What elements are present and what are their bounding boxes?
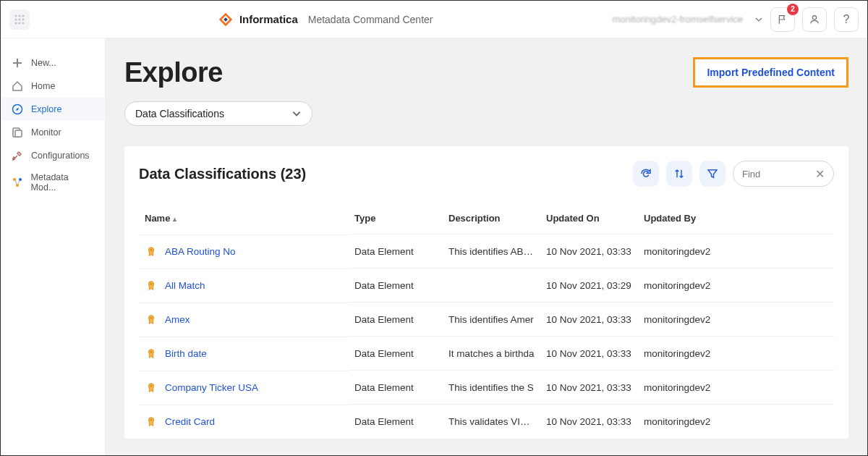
classification-link[interactable]: Birth date bbox=[165, 348, 207, 359]
cell-name: Amex bbox=[139, 303, 349, 337]
classification-icon bbox=[145, 279, 158, 292]
user-icon bbox=[809, 14, 820, 25]
cell-updated-on: 10 Nov 2021, 03:33 bbox=[540, 337, 638, 371]
cell-updated-on: 10 Nov 2021, 03:33 bbox=[540, 303, 638, 337]
main-content: Explore Import Predefined Content Data C… bbox=[106, 38, 867, 455]
cell-description: This identifies Amer bbox=[443, 303, 540, 337]
cell-type: Data Element bbox=[349, 337, 443, 371]
sidebar-item-label: Metadata Mod... bbox=[31, 172, 95, 193]
column-header-type[interactable]: Type bbox=[349, 203, 443, 235]
topbar: Informatica Metadata Command Center moni… bbox=[1, 1, 867, 38]
svg-point-7 bbox=[18, 22, 20, 24]
table-row: ABA Routing NoData ElementThis identifie… bbox=[139, 235, 834, 269]
classification-link[interactable]: Credit Card bbox=[165, 416, 215, 427]
svg-point-18 bbox=[16, 184, 19, 187]
column-header-name[interactable]: Name▴ bbox=[139, 203, 349, 235]
classification-icon bbox=[145, 313, 158, 326]
help-button[interactable]: ? bbox=[834, 7, 859, 32]
cell-description: This identifies the S bbox=[443, 371, 540, 405]
user-account-button[interactable] bbox=[802, 7, 827, 32]
data-classifications-panel: Data Classifications (23) ✕ bbox=[124, 146, 848, 439]
sort-updown-icon bbox=[673, 167, 686, 180]
cell-description bbox=[443, 269, 540, 303]
table-row: All MatchData Element10 Nov 2021, 03:29m… bbox=[139, 269, 834, 303]
sidebar-item-monitor[interactable]: Monitor bbox=[1, 121, 105, 144]
svg-rect-15 bbox=[15, 130, 22, 137]
cell-type: Data Element bbox=[349, 269, 443, 303]
cell-updated-on: 10 Nov 2021, 03:33 bbox=[540, 405, 638, 439]
classification-link[interactable]: ABA Routing No bbox=[165, 246, 236, 257]
cell-type: Data Element bbox=[349, 235, 443, 269]
cell-name: All Match bbox=[139, 269, 349, 303]
svg-point-20 bbox=[150, 248, 153, 250]
sidebar: New... Home Explore Monitor Configuratio… bbox=[1, 38, 106, 455]
sidebar-item-home[interactable]: Home bbox=[1, 75, 105, 98]
sidebar-item-label: Monitor bbox=[31, 127, 61, 138]
notifications-button[interactable]: 2 bbox=[770, 7, 795, 32]
category-dropdown[interactable]: Data Classifications bbox=[124, 101, 312, 126]
table-row: Company Ticker USAData ElementThis ident… bbox=[139, 371, 834, 405]
notification-badge: 2 bbox=[787, 4, 799, 15]
help-icon: ? bbox=[843, 13, 850, 26]
svg-point-26 bbox=[150, 350, 153, 352]
data-classifications-table: Name▴ Type Description Updated On Update… bbox=[139, 203, 834, 439]
find-input[interactable] bbox=[742, 169, 811, 180]
cell-description: It matches a birthda bbox=[443, 337, 540, 371]
filter-button[interactable] bbox=[699, 161, 726, 187]
find-input-wrapper[interactable]: ✕ bbox=[733, 161, 834, 187]
cell-type: Data Element bbox=[349, 405, 443, 439]
cell-updated-by: monitoringdev2 bbox=[638, 405, 834, 439]
sidebar-item-metadata-model[interactable]: Metadata Mod... bbox=[1, 167, 105, 198]
cell-updated-by: monitoringdev2 bbox=[638, 303, 834, 337]
cell-updated-on: 10 Nov 2021, 03:33 bbox=[540, 235, 638, 269]
refresh-icon bbox=[639, 167, 652, 180]
svg-point-28 bbox=[150, 384, 153, 387]
panel-title: Data Classifications (23) bbox=[139, 166, 306, 182]
cell-updated-on: 10 Nov 2021, 03:29 bbox=[540, 269, 638, 303]
cell-updated-by: monitoringdev2 bbox=[638, 235, 834, 269]
svg-point-2 bbox=[22, 14, 24, 17]
sidebar-item-explore[interactable]: Explore bbox=[1, 98, 105, 121]
table-row: AmexData ElementThis identifies Amer10 N… bbox=[139, 303, 834, 337]
page-title: Explore bbox=[124, 57, 223, 88]
tools-icon bbox=[11, 149, 24, 162]
cell-type: Data Element bbox=[349, 303, 443, 337]
sort-asc-icon: ▴ bbox=[173, 215, 176, 223]
cell-type: Data Element bbox=[349, 371, 443, 405]
classification-link[interactable]: Amex bbox=[165, 314, 190, 325]
refresh-button[interactable] bbox=[633, 161, 659, 187]
monitor-icon bbox=[11, 126, 24, 139]
app-grid-button[interactable] bbox=[9, 9, 30, 30]
import-predefined-content-button[interactable]: Import Predefined Content bbox=[693, 57, 848, 88]
cell-updated-by: monitoringdev2 bbox=[638, 371, 834, 405]
svg-point-12 bbox=[812, 15, 816, 19]
table-row: Birth dateData ElementIt matches a birth… bbox=[139, 337, 834, 371]
chevron-down-icon[interactable] bbox=[754, 15, 763, 24]
classification-icon bbox=[145, 347, 158, 360]
product-name: Metadata Command Center bbox=[308, 14, 433, 25]
org-selector-label[interactable]: monitoringdev2-fromselfservice bbox=[612, 14, 743, 25]
classification-link[interactable]: All Match bbox=[165, 280, 205, 291]
sidebar-item-label: Explore bbox=[31, 104, 61, 114]
svg-point-1 bbox=[18, 14, 20, 17]
brand-name: Informatica bbox=[239, 13, 298, 25]
svg-point-5 bbox=[22, 18, 24, 20]
compass-icon bbox=[11, 103, 24, 116]
sort-button[interactable] bbox=[666, 161, 692, 187]
column-header-updated-by[interactable]: Updated By bbox=[638, 203, 834, 235]
chevron-down-icon bbox=[292, 109, 302, 119]
svg-point-30 bbox=[150, 418, 153, 421]
sidebar-item-new[interactable]: New... bbox=[1, 51, 105, 75]
filter-icon bbox=[706, 167, 719, 180]
sidebar-item-configurations[interactable]: Configurations bbox=[1, 144, 105, 167]
cell-name: Credit Card bbox=[139, 405, 349, 439]
informatica-logo-icon bbox=[218, 12, 234, 28]
model-icon bbox=[11, 176, 24, 189]
sidebar-item-label: New... bbox=[31, 58, 56, 68]
classification-icon bbox=[145, 381, 158, 394]
classification-link[interactable]: Company Ticker USA bbox=[165, 382, 258, 393]
column-header-updated-on[interactable]: Updated On bbox=[540, 203, 638, 235]
clear-find-button[interactable]: ✕ bbox=[815, 167, 825, 181]
cell-updated-by: monitoringdev2 bbox=[638, 269, 834, 303]
column-header-description[interactable]: Description bbox=[443, 203, 540, 235]
